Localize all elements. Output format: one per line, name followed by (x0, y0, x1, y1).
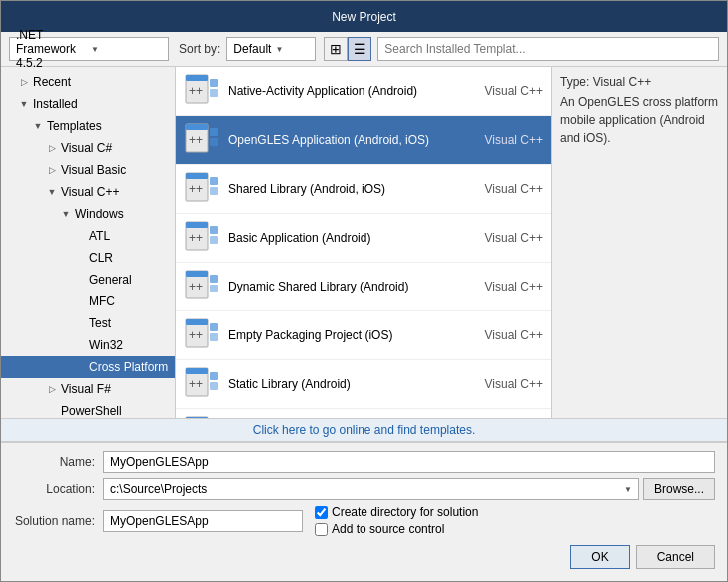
sort-value: Default (233, 42, 271, 56)
solution-input[interactable] (103, 510, 303, 532)
location-value: c:\Source\Projects (110, 482, 620, 496)
svg-rect-12 (210, 177, 218, 185)
sidebar-item-installed[interactable]: ▼ Installed (1, 93, 175, 115)
framework-arrow: ▼ (91, 45, 162, 54)
cancel-button[interactable]: Cancel (636, 545, 715, 569)
sidebar-item-visual-basic[interactable]: ▷ Visual Basic (1, 159, 175, 181)
left-panel: ▷ Recent ▼ Installed ▼ Templates (1, 67, 176, 418)
svg-rect-31 (186, 368, 208, 374)
sidebar-item-visual-cpp[interactable]: ▼ Visual C++ (1, 181, 175, 203)
name-label: Name: (13, 455, 103, 469)
svg-rect-7 (210, 128, 218, 136)
template-item[interactable]: ++ Dynamic Shared Library (Android)Visua… (176, 263, 551, 311)
sidebar-item-windows[interactable]: ▼ Windows (1, 203, 175, 225)
expand-icon: ▼ (59, 209, 73, 219)
template-lang: Visual C++ (473, 84, 543, 98)
template-name: Shared Library (Android, iOS) (228, 182, 473, 196)
sidebar-item-label: Visual F# (59, 382, 111, 396)
sidebar-item-label: MFC (87, 294, 115, 308)
svg-text:++: ++ (189, 133, 203, 147)
expand-icon: ▼ (45, 187, 59, 197)
template-icon: ++ (184, 317, 220, 353)
search-box[interactable] (377, 37, 719, 61)
template-name: Empty Packaging Project (iOS) (228, 328, 473, 342)
sidebar-item-label: Visual C++ (59, 185, 119, 199)
svg-rect-16 (186, 222, 208, 228)
ok-button[interactable]: OK (570, 545, 629, 569)
sidebar-item-label: Cross Platform (87, 360, 168, 374)
template-lang: Visual C++ (473, 182, 543, 196)
sidebar-item-label: Windows (73, 207, 124, 221)
template-item[interactable]: ++ Empty Packaging Project (iOS)Visual C… (176, 311, 551, 360)
location-dropdown[interactable]: c:\Source\Projects ▼ (103, 478, 639, 500)
template-item[interactable]: ++ Shared Library (Android, iOS)Visual C… (176, 165, 551, 214)
expand-icon: ▷ (45, 143, 59, 153)
svg-rect-26 (186, 319, 208, 325)
template-item[interactable]: ++ Basic Application (Android)Visual C++ (176, 214, 551, 263)
template-name: OpenGLES Application (Android, iOS) (228, 133, 473, 147)
template-icon: ++ (184, 269, 220, 304)
template-name: Native-Activity Application (Android) (228, 84, 473, 98)
svg-rect-32 (210, 372, 218, 380)
sidebar-item-powershell[interactable]: PowerShell (1, 400, 175, 418)
template-item[interactable]: ++ Native-Activity Application (Android)… (176, 67, 551, 116)
template-icon: ++ (184, 73, 220, 109)
sidebar-item-visual-fsharp[interactable]: ▷ Visual F# (1, 378, 175, 400)
svg-rect-1 (186, 75, 208, 81)
online-link[interactable]: Click here to go online and find templat… (253, 423, 475, 437)
framework-dropdown[interactable]: .NET Framework 4.5.2 ▼ (9, 37, 169, 61)
sort-dropdown[interactable]: Default ▼ (226, 37, 316, 61)
sidebar-item-label: Installed (31, 97, 78, 111)
sort-arrow: ▼ (275, 45, 283, 54)
right-panel: Type: Visual C++ An OpenGLES cross platf… (552, 67, 727, 418)
create-dir-checkbox[interactable] (315, 506, 328, 519)
sidebar-item-cross-platform[interactable]: Cross Platform (1, 356, 175, 378)
location-container: c:\Source\Projects ▼ Browse... (103, 478, 715, 500)
sidebar-item-label: Visual C# (59, 141, 112, 155)
template-item[interactable]: ++ Static Library (Android)Visual C++ (176, 360, 551, 409)
sidebar-item-atl[interactable]: ATL (1, 225, 175, 247)
name-row: Name: (13, 451, 715, 473)
template-name: Static Library (Android) (228, 377, 473, 391)
title-bar: New Project (1, 1, 727, 32)
sidebar-item-templates[interactable]: ▼ Templates (1, 115, 175, 137)
sidebar-item-mfc[interactable]: MFC (1, 291, 175, 312)
sidebar-item-clr[interactable]: CLR (1, 247, 175, 269)
template-item[interactable]: ++ OpenGLES Application (Android, iOS)Vi… (176, 116, 551, 165)
svg-text:++: ++ (189, 377, 203, 391)
expand-icon: ▷ (17, 77, 31, 87)
location-row: Location: c:\Source\Projects ▼ Browse... (13, 478, 715, 500)
search-input[interactable] (384, 42, 712, 56)
svg-rect-6 (186, 124, 208, 130)
sidebar-item-label: General (87, 273, 132, 287)
solution-row: Solution name: Create directory for solu… (13, 505, 715, 536)
template-lang: Visual C++ (473, 280, 543, 293)
template-lang: Visual C++ (473, 328, 543, 342)
svg-text:++: ++ (189, 280, 203, 293)
sidebar-item-general[interactable]: General (1, 269, 175, 291)
template-icon: ++ (184, 171, 220, 207)
svg-rect-13 (210, 187, 218, 195)
sidebar-item-label: CLR (87, 251, 113, 265)
dialog-buttons: OK Cancel (13, 541, 715, 573)
dialog-title: New Project (332, 10, 396, 24)
sidebar-item-visual-csharp[interactable]: ▷ Visual C# (1, 137, 175, 159)
list-view-button[interactable]: ☰ (348, 37, 371, 61)
template-lang: Visual C++ (473, 377, 543, 391)
template-item[interactable]: ++ Static Library (iOS)Visual C++ (176, 409, 551, 418)
sidebar-item-recent[interactable]: ▷ Recent (1, 71, 175, 93)
expand-icon: ▼ (31, 121, 45, 131)
grid-view-button[interactable]: ⊞ (324, 37, 348, 61)
name-input[interactable] (103, 451, 715, 473)
sidebar-item-label: ATL (87, 229, 110, 243)
browse-button[interactable]: Browse... (643, 478, 715, 500)
svg-rect-17 (210, 226, 218, 234)
sidebar-item-test[interactable]: Test (1, 312, 175, 334)
sort-label: Sort by: (179, 42, 220, 56)
center-panel: ++ Native-Activity Application (Android)… (176, 67, 552, 418)
sidebar-item-win32[interactable]: Win32 (1, 334, 175, 356)
main-content: ▷ Recent ▼ Installed ▼ Templates (1, 67, 727, 418)
template-name: Dynamic Shared Library (Android) (228, 280, 473, 293)
create-dir-row: Create directory for solution (315, 505, 478, 519)
add-source-checkbox[interactable] (315, 523, 328, 536)
